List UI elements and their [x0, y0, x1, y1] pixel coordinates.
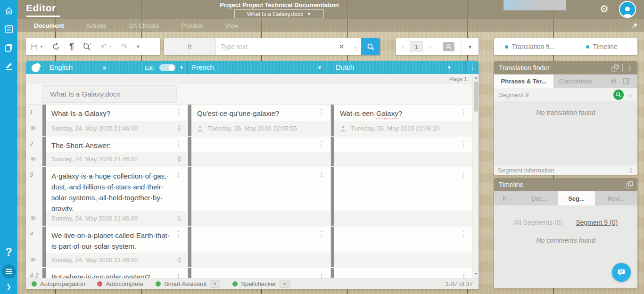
redo-icon[interactable]: ↷: [116, 38, 132, 55]
row-resize-icon[interactable]: [176, 156, 182, 162]
target1-column-chevron-icon[interactable]: ▼: [317, 65, 322, 70]
pin-icon[interactable]: [631, 22, 638, 29]
target2-cell[interactable]: ⋮: [330, 167, 472, 226]
tab-document[interactable]: Doc...: [521, 191, 558, 205]
row-resize-icon[interactable]: [176, 257, 182, 263]
target1-cell[interactable]: ⋮: [187, 167, 330, 226]
search-button[interactable]: [361, 38, 380, 55]
cell-menu-icon[interactable]: ⋮: [461, 230, 467, 237]
target1-cell[interactable]: Qu'est-ce·​qu'une·​galaxie?⋮ Tuesday, 26…: [187, 105, 330, 136]
menu-item-view[interactable]: View: [219, 22, 244, 29]
save-dropdown-icon[interactable]: ▼: [40, 45, 43, 49]
timeline-toggle-button[interactable]: Timeline: [566, 38, 638, 55]
row-resize-icon[interactable]: [176, 125, 182, 131]
user-avatar[interactable]: [619, 1, 636, 18]
cell-menu-icon[interactable]: ⋮: [318, 108, 325, 115]
smart-assistant-dropdown-icon[interactable]: ▼: [210, 280, 220, 288]
translation-finder-menu-icon[interactable]: ⋮: [627, 65, 633, 72]
cell-menu-icon[interactable]: ⋮: [461, 272, 467, 278]
autocomplete-status[interactable]: Autocomplete: [97, 280, 143, 287]
target2-cell[interactable]: ⋮: [330, 227, 472, 267]
scrollbar-thumb[interactable]: [474, 82, 478, 112]
documents-icon[interactable]: [4, 42, 14, 53]
document-tab[interactable]: What Is a Galaxy.docx: [42, 85, 177, 103]
menu-item-actions[interactable]: Actions: [81, 22, 112, 29]
target2-column-header[interactable]: Dutch: [336, 63, 354, 71]
cell-menu-icon[interactable]: ⋮: [175, 108, 182, 115]
target1-cell[interactable]: ⋮: [187, 227, 330, 267]
source-column-chevron-icon[interactable]: ▼: [179, 65, 184, 70]
undo-menu-chevron-icon[interactable]: ▼: [132, 38, 145, 55]
document-selector[interactable]: What Is a Galaxy.docx ▼: [234, 9, 324, 18]
tab-concordance[interactable]: Concordanc...: [553, 74, 603, 88]
expand-section-icon[interactable]: [628, 168, 634, 173]
tab-machine-translation[interactable]: M...: [603, 74, 637, 88]
spellchecker-dropdown-icon[interactable]: ▼: [280, 280, 290, 288]
cell-menu-icon[interactable]: ⋮: [461, 171, 467, 178]
formatting-marks-icon[interactable]: ¶: [65, 38, 78, 55]
clear-search-icon[interactable]: ✕: [334, 42, 349, 51]
finder-search-button[interactable]: [613, 90, 624, 100]
search-input[interactable]: [216, 43, 334, 50]
menu-item-qa-checks[interactable]: QA Checks: [123, 22, 165, 29]
home-icon[interactable]: [4, 6, 14, 16]
page-search-button[interactable]: [443, 42, 454, 51]
editor-pencil-icon[interactable]: [4, 61, 14, 71]
scroll-down-icon[interactable]: ▼: [473, 270, 479, 277]
source-cell[interactable]: A·​galaxy·​is·​a·​huge·​collection·​of·​…: [42, 167, 187, 226]
smart-assistant-status[interactable]: Smart Assistant ▼: [156, 280, 220, 288]
tab-phrases-terms[interactable]: Phrases & Ter...: [494, 74, 553, 88]
timeline-language-selector[interactable]: fr ⌄: [494, 191, 521, 205]
search-options-chevron-icon[interactable]: ⌄: [349, 44, 361, 50]
cell-menu-icon[interactable]: ⋮: [318, 272, 325, 278]
next-page-icon[interactable]: ›: [423, 43, 437, 51]
cell-menu-icon[interactable]: ⋮: [461, 140, 467, 147]
grid-scrollbar[interactable]: ▲ ▼: [472, 74, 479, 278]
target2-cell[interactable]: ⋮: [330, 268, 472, 278]
menu-hamburger-icon[interactable]: [2, 264, 16, 278]
row-resize-icon[interactable]: [176, 215, 182, 221]
previous-page-icon[interactable]: ‹: [396, 43, 410, 51]
undo-icon[interactable]: ↶▼: [96, 38, 116, 55]
save-button[interactable]: ▼: [26, 38, 48, 55]
target1-cell[interactable]: ⋮: [187, 268, 330, 278]
target1-column-header[interactable]: French: [192, 63, 214, 71]
column-header-menu-icon[interactable]: ⋮: [469, 63, 476, 71]
source-cell[interactable]: What·​Is·​a·​Galaxy?⋮ Sunday, 24. May 20…: [42, 105, 187, 136]
cell-menu-icon[interactable]: ⋮: [175, 272, 182, 278]
help-icon[interactable]: ?: [5, 246, 12, 259]
tab-revisions[interactable]: Revi...: [595, 191, 637, 205]
menu-item-preview[interactable]: Preview: [175, 22, 208, 29]
edit-toggle-switch[interactable]: [159, 64, 175, 71]
segment-information-bar[interactable]: Segment information: [494, 165, 637, 175]
sidebar-expand-icon[interactable]: ❯: [6, 283, 11, 290]
menu-item-document[interactable]: Document: [28, 22, 70, 29]
translation-finder-toggle-button[interactable]: Translation fi...: [494, 38, 566, 55]
cell-menu-icon[interactable]: ⋮: [318, 171, 325, 178]
page-number-input[interactable]: 1: [410, 41, 423, 52]
target1-cell[interactable]: ⋮: [187, 137, 330, 166]
settings-gear-icon[interactable]: ⚙: [600, 3, 609, 15]
source-cell[interactable]: But·​where·​is·​our·​solar·​system?⋮: [42, 268, 187, 278]
find-replace-icon[interactable]: [78, 38, 96, 55]
source-cell[interactable]: The·​Short·​Answer:⋮ Sunday, 24. May 202…: [42, 137, 187, 166]
statistics-pie-icon[interactable]: [31, 62, 41, 73]
scroll-up-icon[interactable]: ▲: [473, 74, 479, 81]
filter-all-segments[interactable]: All Segments (0): [514, 219, 562, 226]
target2-cell[interactable]: Wat·​is·​een·​Galaxy?⋮ Tuesday, 26. May …: [330, 105, 472, 136]
search-language-filter[interactable]: fr: [164, 38, 216, 55]
cell-menu-icon[interactable]: ⋮: [175, 140, 182, 147]
autopropagation-status[interactable]: Autopropagation: [32, 280, 85, 287]
add-comment-button[interactable]: [612, 263, 631, 282]
target2-column-chevron-icon[interactable]: ▼: [447, 65, 452, 70]
cell-menu-icon[interactable]: ⋮: [318, 230, 325, 237]
cell-menu-icon[interactable]: ⋮: [318, 140, 325, 147]
spellchecker-status[interactable]: Spellchecker ▼: [232, 280, 289, 288]
cell-menu-icon[interactable]: ⋮: [175, 171, 182, 178]
page-nav-dropdown-icon[interactable]: ▼: [461, 38, 479, 55]
undock-panel-icon[interactable]: [626, 181, 633, 188]
undock-panel-icon[interactable]: [611, 65, 619, 72]
source-cell[interactable]: We·​live·​on·​a·​planet·​called·​Earth·​…: [42, 227, 187, 267]
filter-segment-9[interactable]: Segment 9 (0): [576, 219, 618, 226]
finder-expand-chevron-icon[interactable]: ⌄: [628, 92, 633, 98]
